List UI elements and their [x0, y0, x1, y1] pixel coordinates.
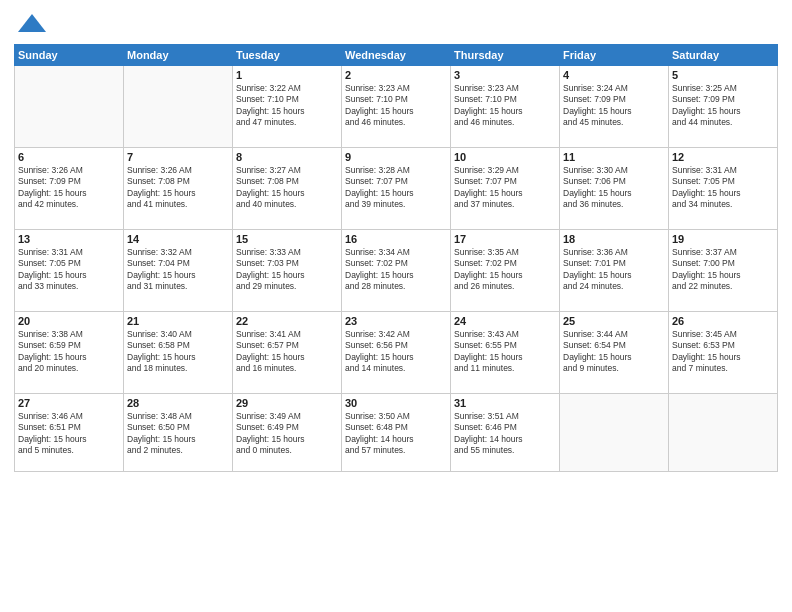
calendar-cell: 12Sunrise: 3:31 AM Sunset: 7:05 PM Dayli… — [669, 148, 778, 230]
calendar-cell: 1Sunrise: 3:22 AM Sunset: 7:10 PM Daylig… — [233, 66, 342, 148]
day-info: Sunrise: 3:26 AM Sunset: 7:09 PM Dayligh… — [18, 165, 120, 211]
col-header-thursday: Thursday — [451, 45, 560, 66]
calendar-cell: 26Sunrise: 3:45 AM Sunset: 6:53 PM Dayli… — [669, 312, 778, 394]
calendar-cell: 9Sunrise: 3:28 AM Sunset: 7:07 PM Daylig… — [342, 148, 451, 230]
day-info: Sunrise: 3:38 AM Sunset: 6:59 PM Dayligh… — [18, 329, 120, 375]
calendar-cell — [124, 66, 233, 148]
day-number: 22 — [236, 315, 338, 327]
day-info: Sunrise: 3:31 AM Sunset: 7:05 PM Dayligh… — [672, 165, 774, 211]
day-info: Sunrise: 3:50 AM Sunset: 6:48 PM Dayligh… — [345, 411, 447, 457]
day-number: 24 — [454, 315, 556, 327]
day-number: 26 — [672, 315, 774, 327]
calendar-cell: 20Sunrise: 3:38 AM Sunset: 6:59 PM Dayli… — [15, 312, 124, 394]
day-number: 16 — [345, 233, 447, 245]
calendar-cell — [669, 394, 778, 472]
day-number: 11 — [563, 151, 665, 163]
day-number: 8 — [236, 151, 338, 163]
day-number: 12 — [672, 151, 774, 163]
calendar-cell: 6Sunrise: 3:26 AM Sunset: 7:09 PM Daylig… — [15, 148, 124, 230]
calendar-cell: 24Sunrise: 3:43 AM Sunset: 6:55 PM Dayli… — [451, 312, 560, 394]
calendar-cell: 5Sunrise: 3:25 AM Sunset: 7:09 PM Daylig… — [669, 66, 778, 148]
day-info: Sunrise: 3:37 AM Sunset: 7:00 PM Dayligh… — [672, 247, 774, 293]
calendar-cell — [15, 66, 124, 148]
calendar-cell: 22Sunrise: 3:41 AM Sunset: 6:57 PM Dayli… — [233, 312, 342, 394]
calendar-cell: 10Sunrise: 3:29 AM Sunset: 7:07 PM Dayli… — [451, 148, 560, 230]
day-number: 17 — [454, 233, 556, 245]
day-info: Sunrise: 3:32 AM Sunset: 7:04 PM Dayligh… — [127, 247, 229, 293]
day-info: Sunrise: 3:46 AM Sunset: 6:51 PM Dayligh… — [18, 411, 120, 457]
calendar-cell: 21Sunrise: 3:40 AM Sunset: 6:58 PM Dayli… — [124, 312, 233, 394]
day-info: Sunrise: 3:48 AM Sunset: 6:50 PM Dayligh… — [127, 411, 229, 457]
calendar-cell — [560, 394, 669, 472]
calendar-cell: 17Sunrise: 3:35 AM Sunset: 7:02 PM Dayli… — [451, 230, 560, 312]
day-info: Sunrise: 3:23 AM Sunset: 7:10 PM Dayligh… — [345, 83, 447, 129]
calendar-cell: 28Sunrise: 3:48 AM Sunset: 6:50 PM Dayli… — [124, 394, 233, 472]
calendar-cell: 23Sunrise: 3:42 AM Sunset: 6:56 PM Dayli… — [342, 312, 451, 394]
col-header-saturday: Saturday — [669, 45, 778, 66]
day-info: Sunrise: 3:51 AM Sunset: 6:46 PM Dayligh… — [454, 411, 556, 457]
calendar-cell: 13Sunrise: 3:31 AM Sunset: 7:05 PM Dayli… — [15, 230, 124, 312]
day-info: Sunrise: 3:29 AM Sunset: 7:07 PM Dayligh… — [454, 165, 556, 211]
calendar-cell: 11Sunrise: 3:30 AM Sunset: 7:06 PM Dayli… — [560, 148, 669, 230]
day-number: 13 — [18, 233, 120, 245]
day-number: 20 — [18, 315, 120, 327]
calendar-cell: 4Sunrise: 3:24 AM Sunset: 7:09 PM Daylig… — [560, 66, 669, 148]
calendar-cell: 15Sunrise: 3:33 AM Sunset: 7:03 PM Dayli… — [233, 230, 342, 312]
day-number: 10 — [454, 151, 556, 163]
calendar-cell: 25Sunrise: 3:44 AM Sunset: 6:54 PM Dayli… — [560, 312, 669, 394]
day-number: 31 — [454, 397, 556, 409]
day-info: Sunrise: 3:40 AM Sunset: 6:58 PM Dayligh… — [127, 329, 229, 375]
day-info: Sunrise: 3:22 AM Sunset: 7:10 PM Dayligh… — [236, 83, 338, 129]
day-number: 1 — [236, 69, 338, 81]
day-info: Sunrise: 3:43 AM Sunset: 6:55 PM Dayligh… — [454, 329, 556, 375]
calendar-cell: 30Sunrise: 3:50 AM Sunset: 6:48 PM Dayli… — [342, 394, 451, 472]
day-number: 19 — [672, 233, 774, 245]
day-number: 30 — [345, 397, 447, 409]
calendar-cell: 3Sunrise: 3:23 AM Sunset: 7:10 PM Daylig… — [451, 66, 560, 148]
day-info: Sunrise: 3:23 AM Sunset: 7:10 PM Dayligh… — [454, 83, 556, 129]
col-header-wednesday: Wednesday — [342, 45, 451, 66]
svg-marker-0 — [18, 14, 46, 32]
day-info: Sunrise: 3:25 AM Sunset: 7:09 PM Dayligh… — [672, 83, 774, 129]
calendar-cell: 14Sunrise: 3:32 AM Sunset: 7:04 PM Dayli… — [124, 230, 233, 312]
day-info: Sunrise: 3:34 AM Sunset: 7:02 PM Dayligh… — [345, 247, 447, 293]
day-number: 23 — [345, 315, 447, 327]
calendar-cell: 27Sunrise: 3:46 AM Sunset: 6:51 PM Dayli… — [15, 394, 124, 472]
col-header-sunday: Sunday — [15, 45, 124, 66]
day-number: 2 — [345, 69, 447, 81]
calendar-cell: 16Sunrise: 3:34 AM Sunset: 7:02 PM Dayli… — [342, 230, 451, 312]
day-number: 4 — [563, 69, 665, 81]
day-info: Sunrise: 3:31 AM Sunset: 7:05 PM Dayligh… — [18, 247, 120, 293]
day-number: 3 — [454, 69, 556, 81]
day-info: Sunrise: 3:49 AM Sunset: 6:49 PM Dayligh… — [236, 411, 338, 457]
day-info: Sunrise: 3:44 AM Sunset: 6:54 PM Dayligh… — [563, 329, 665, 375]
day-number: 15 — [236, 233, 338, 245]
day-number: 18 — [563, 233, 665, 245]
day-number: 6 — [18, 151, 120, 163]
day-number: 25 — [563, 315, 665, 327]
calendar-cell: 18Sunrise: 3:36 AM Sunset: 7:01 PM Dayli… — [560, 230, 669, 312]
day-number: 29 — [236, 397, 338, 409]
day-info: Sunrise: 3:41 AM Sunset: 6:57 PM Dayligh… — [236, 329, 338, 375]
logo-icon — [18, 10, 46, 38]
day-info: Sunrise: 3:26 AM Sunset: 7:08 PM Dayligh… — [127, 165, 229, 211]
calendar-cell: 29Sunrise: 3:49 AM Sunset: 6:49 PM Dayli… — [233, 394, 342, 472]
calendar-cell: 8Sunrise: 3:27 AM Sunset: 7:08 PM Daylig… — [233, 148, 342, 230]
calendar-cell: 31Sunrise: 3:51 AM Sunset: 6:46 PM Dayli… — [451, 394, 560, 472]
day-number: 9 — [345, 151, 447, 163]
calendar-cell: 7Sunrise: 3:26 AM Sunset: 7:08 PM Daylig… — [124, 148, 233, 230]
calendar-cell: 19Sunrise: 3:37 AM Sunset: 7:00 PM Dayli… — [669, 230, 778, 312]
day-number: 7 — [127, 151, 229, 163]
day-info: Sunrise: 3:27 AM Sunset: 7:08 PM Dayligh… — [236, 165, 338, 211]
day-number: 28 — [127, 397, 229, 409]
calendar-cell: 2Sunrise: 3:23 AM Sunset: 7:10 PM Daylig… — [342, 66, 451, 148]
col-header-tuesday: Tuesday — [233, 45, 342, 66]
day-info: Sunrise: 3:36 AM Sunset: 7:01 PM Dayligh… — [563, 247, 665, 293]
day-info: Sunrise: 3:42 AM Sunset: 6:56 PM Dayligh… — [345, 329, 447, 375]
day-info: Sunrise: 3:35 AM Sunset: 7:02 PM Dayligh… — [454, 247, 556, 293]
day-info: Sunrise: 3:24 AM Sunset: 7:09 PM Dayligh… — [563, 83, 665, 129]
day-info: Sunrise: 3:33 AM Sunset: 7:03 PM Dayligh… — [236, 247, 338, 293]
col-header-friday: Friday — [560, 45, 669, 66]
day-number: 5 — [672, 69, 774, 81]
day-info: Sunrise: 3:28 AM Sunset: 7:07 PM Dayligh… — [345, 165, 447, 211]
